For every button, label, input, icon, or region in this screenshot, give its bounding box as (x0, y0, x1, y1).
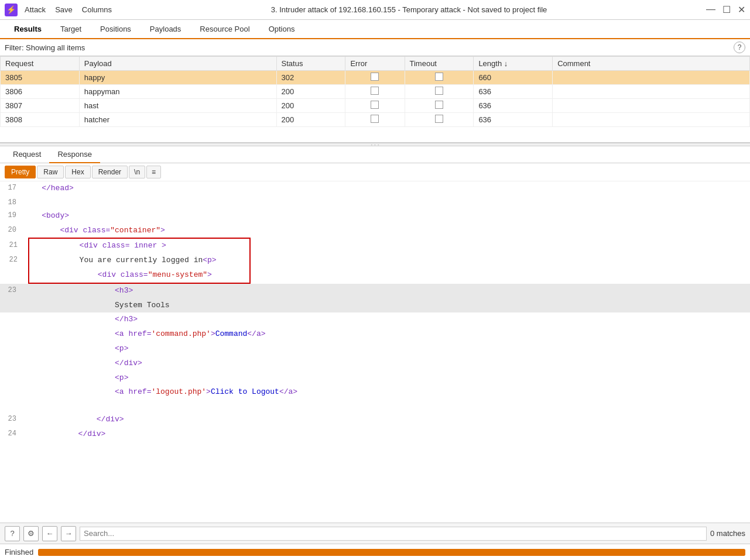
col-header-timeout[interactable]: Timeout (405, 57, 474, 71)
code-line: 20 <div class="container"> (0, 224, 750, 238)
col-header-request[interactable]: Request (1, 57, 80, 71)
table-row[interactable]: 3805happy302660 (1, 71, 750, 85)
code-line: <div class="menu-system"> (1, 268, 249, 283)
columns-menu[interactable]: Columns (82, 5, 112, 14)
progress-fill (38, 549, 745, 556)
progress-bar (38, 549, 745, 556)
view-pretty-button[interactable]: Pretty (5, 166, 36, 178)
status-bar: Finished (0, 544, 750, 560)
matches-text: 0 matches (710, 529, 745, 538)
code-line: 17 </head> (0, 181, 750, 196)
back-button[interactable]: ← (42, 526, 57, 541)
results-table-container: Request Payload Status Error Timeout Len… (0, 56, 750, 143)
search-input[interactable] (80, 527, 707, 541)
main-tabs: Results Target Positions Payloads Resour… (0, 20, 750, 39)
code-line: 21 <div class= inner > (1, 239, 249, 253)
col-header-length[interactable]: Length ↓ (474, 57, 553, 71)
tab-request[interactable]: Request (5, 146, 49, 163)
tab-payloads[interactable]: Payloads (141, 20, 190, 39)
view-hex-button[interactable]: Hex (65, 166, 90, 178)
main-layout: Results Target Positions Payloads Resour… (0, 20, 750, 560)
tab-response[interactable]: Response (49, 146, 100, 163)
code-line: <a href='logout.php'>Click to Logout</a> (0, 385, 750, 400)
filter-text: Filter: Showing all items (5, 43, 729, 52)
code-line: </h3> (0, 312, 750, 327)
code-line: <a href='command.php'>Command</a> (0, 327, 750, 342)
view-buttons: Pretty Raw Hex Render \n ≡ (0, 163, 750, 181)
code-line: 22 You are currently logged in<p> (1, 253, 249, 268)
save-menu[interactable]: Save (55, 5, 73, 14)
table-row[interactable]: 3806happyman200636 (1, 85, 750, 99)
code-line: 23 <h3> (0, 284, 750, 298)
window-controls: — ☐ ✕ (706, 4, 745, 15)
col-header-error[interactable]: Error (345, 57, 405, 71)
tab-options[interactable]: Options (259, 20, 304, 39)
tab-resource-pool[interactable]: Resource Pool (190, 20, 259, 39)
app-logo: ⚡ (5, 4, 18, 16)
code-line: 23 </div> (0, 413, 750, 427)
table-row[interactable]: 3807hast200636 (1, 99, 750, 113)
view-newline-button[interactable]: \n (129, 166, 145, 178)
maximize-button[interactable]: ☐ (722, 4, 731, 15)
minimize-button[interactable]: — (706, 4, 715, 15)
col-header-payload[interactable]: Payload (79, 57, 276, 71)
help-button[interactable]: ? (5, 526, 20, 541)
filter-bar: Filter: Showing all items ? (0, 39, 750, 56)
tab-target[interactable]: Target (51, 20, 91, 39)
filter-help-button[interactable]: ? (734, 42, 745, 53)
tab-positions[interactable]: Positions (91, 20, 141, 39)
window-title: 3. Intruder attack of 192.168.160.155 - … (119, 5, 699, 14)
code-line: <p> (0, 371, 750, 386)
settings-button[interactable]: ⚙ (23, 526, 39, 541)
titlebar-menu: Attack Save Columns (25, 5, 112, 14)
col-header-status[interactable]: Status (276, 57, 345, 71)
red-box-highlight: 21 <div class= inner >22 You are current… (28, 238, 251, 283)
attack-menu[interactable]: Attack (25, 5, 46, 14)
tab-results[interactable]: Results (5, 20, 51, 39)
view-render-button[interactable]: Render (92, 166, 128, 178)
req-res-tabs: Request Response (0, 146, 750, 163)
code-line: 18 (0, 196, 750, 209)
code-line: 19 <body> (0, 209, 750, 224)
code-line: System Tools (0, 298, 750, 313)
status-text: Finished (5, 548, 33, 556)
results-table: Request Payload Status Error Timeout Len… (0, 56, 750, 127)
code-line (0, 400, 750, 413)
code-line: <p> (0, 342, 750, 356)
table-row[interactable]: 3808hatcher200636 (1, 113, 750, 127)
close-button[interactable]: ✕ (738, 4, 745, 15)
code-line: </div> (0, 356, 750, 371)
code-line: 24 </div> (0, 427, 750, 442)
table-header-row: Request Payload Status Error Timeout Len… (1, 57, 750, 71)
titlebar: ⚡ Attack Save Columns 3. Intruder attack… (0, 0, 750, 20)
forward-button[interactable]: → (61, 526, 76, 541)
code-area[interactable]: 17 </head>1819 <body>20 <div class="cont… (0, 181, 750, 523)
view-more-button[interactable]: ≡ (146, 166, 161, 178)
col-header-comment[interactable]: Comment (553, 57, 750, 71)
bottom-bar: ? ⚙ ← → 0 matches (0, 523, 750, 544)
view-raw-button[interactable]: Raw (37, 166, 64, 178)
